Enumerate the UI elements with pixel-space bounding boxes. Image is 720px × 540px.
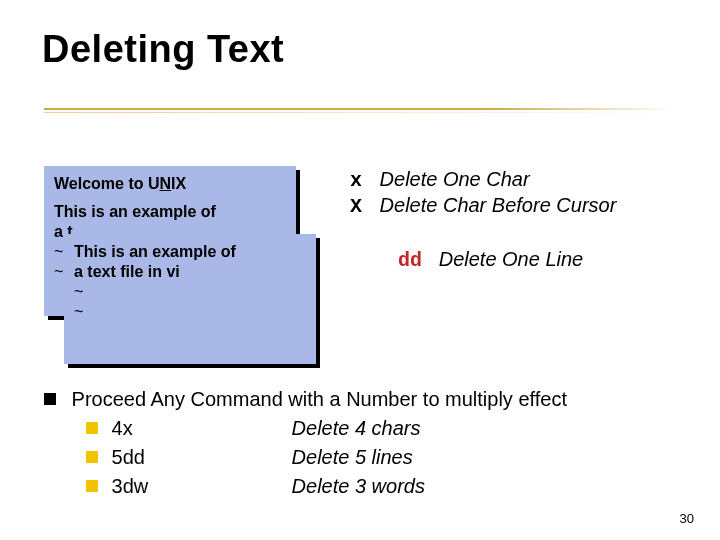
example-item: 3dwDelete 3 words [86,475,567,498]
example-item: 5ddDelete 5 lines [86,446,567,469]
vi-window-after: This is an example of a text file in vi … [64,234,316,364]
command-list: x Delete One Char X Delete Char Before C… [350,168,616,220]
divider [44,108,676,110]
page-title: Deleting Text [42,28,720,71]
text: IX [171,175,186,192]
note-text: Proceed Any Command with a Number to mul… [72,388,567,410]
example-cmd: 5dd [112,446,292,469]
page-number: 30 [680,511,694,526]
text: This is an example of [74,242,306,262]
command-key: X [350,195,374,218]
text: Welcome to U [54,175,160,192]
example-cmd: 3dw [112,475,292,498]
command-key: dd [398,249,422,272]
multiply-note-section: Proceed Any Command with a Number to mul… [44,388,567,498]
command-desc: Delete One Char [380,168,530,190]
command-desc: Delete One Line [439,248,584,270]
cursor-char: N [160,175,172,192]
bullet-note: Proceed Any Command with a Number to mul… [44,388,567,411]
example-meaning: Delete 4 chars [292,417,421,439]
example-meaning: Delete 3 words [292,475,425,497]
command-desc: Delete Char Before Cursor [380,194,617,216]
text: a text file in vi [74,262,306,282]
example-cmd: 4x [112,417,292,440]
text: This is an example of [54,202,286,222]
tilde-line: ~ [74,282,306,302]
command-key: x [350,169,374,192]
command-item: x Delete One Char [350,168,616,192]
example-item: 4xDelete 4 chars [86,417,567,440]
tilde-line: ~ [74,302,306,322]
command-item: X Delete Char Before Cursor [350,194,616,218]
example-meaning: Delete 5 lines [292,446,413,468]
command-item-dd: dd Delete One Line [398,248,583,272]
